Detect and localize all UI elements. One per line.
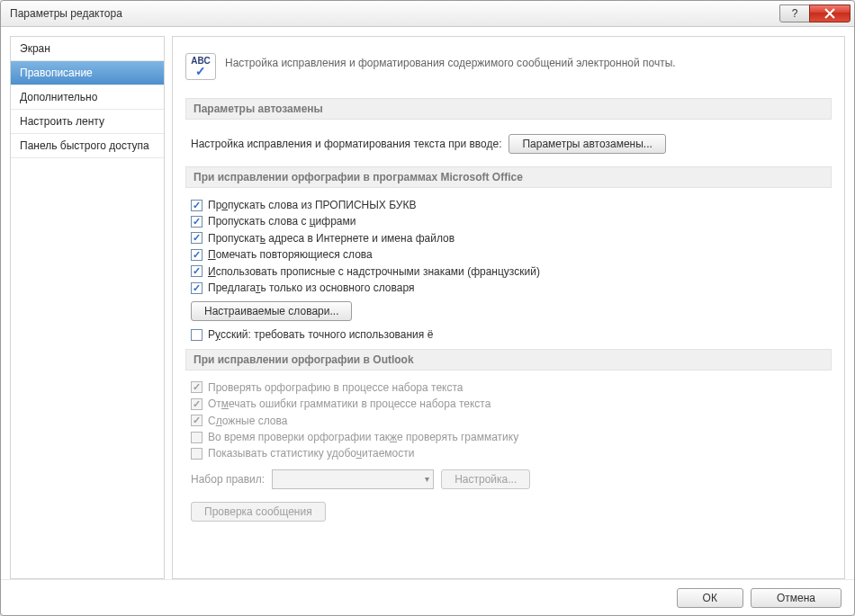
dialog-body: Экран Правописание Дополнительно Настрои… bbox=[1, 27, 854, 579]
window-title: Параметры редактора bbox=[10, 7, 780, 20]
checkbox-label: Отмечать ошибки грамматики в процессе на… bbox=[208, 397, 490, 410]
checkbox bbox=[191, 381, 202, 393]
chevron-down-icon: ▾ bbox=[425, 474, 429, 484]
button-label: Настраиваемые словари... bbox=[204, 305, 338, 317]
checkbox[interactable] bbox=[191, 282, 202, 294]
checkbox bbox=[191, 415, 202, 426]
checkbox-label: Русский: требовать точного использования… bbox=[208, 328, 433, 341]
checkbox-label: Предлагать только из основного словаря bbox=[208, 281, 415, 294]
opt-outlook-readability: Показывать статистику удобочитаемости bbox=[185, 445, 832, 461]
sidebar-item-label: Панель быстрого доступа bbox=[20, 139, 149, 152]
opt-uppercase[interactable]: Пропускать слова из ПРОПИСНЫХ БУКВ bbox=[185, 197, 832, 213]
autocorrect-row: Настройка исправления и форматирования т… bbox=[185, 129, 832, 161]
rule-settings-button: Настройка... bbox=[441, 469, 530, 489]
checkbox-label: Проверять орфографию в процессе набора т… bbox=[208, 381, 464, 394]
spelling-icon: ABC ✓ bbox=[185, 53, 216, 80]
opt-digits[interactable]: Пропускать слова с цифрами bbox=[185, 213, 832, 229]
button-label: Отмена bbox=[777, 592, 815, 604]
rules-row: Набор правил: ▾ Настройка... bbox=[185, 462, 832, 496]
checkbox bbox=[191, 432, 202, 443]
recheck-message-button: Проверка сообщения bbox=[191, 502, 326, 522]
checkbox-label: Показывать статистику удобочитаемости bbox=[208, 447, 414, 460]
main-panel: ABC ✓ Настройка исправления и форматиров… bbox=[172, 36, 845, 579]
opt-french[interactable]: Использовать прописные с надстрочными зн… bbox=[185, 263, 832, 280]
checkbox-label: Пропускать адреса в Интернете и имена фа… bbox=[208, 232, 454, 245]
sidebar-item-label: Настроить ленту bbox=[20, 115, 104, 128]
checkbox bbox=[191, 448, 202, 460]
intro-text: Настройка исправления и форматирования с… bbox=[225, 53, 676, 69]
button-label: Настройка... bbox=[454, 473, 517, 486]
opt-outlook-grammar-too: Во время проверки орфографии также прове… bbox=[185, 429, 832, 445]
editor-options-dialog: Параметры редактора ? Экран Правописание… bbox=[0, 0, 855, 616]
ok-button[interactable]: ОК bbox=[677, 588, 743, 608]
autocorrect-options-button[interactable]: Параметры автозамены... bbox=[508, 134, 665, 154]
sidebar-item-label: Правописание bbox=[20, 67, 93, 79]
checkbox-label: Во время проверки орфографии также прове… bbox=[208, 431, 518, 443]
opt-repeated[interactable]: Помечать повторяющиеся слова bbox=[185, 246, 832, 263]
opt-outlook-spellcheck: Проверять орфографию в процессе набора т… bbox=[185, 379, 832, 396]
help-button[interactable]: ? bbox=[779, 4, 810, 22]
cancel-button[interactable]: Отмена bbox=[751, 588, 842, 608]
sidebar-item-quick-access[interactable]: Панель быстрого доступа bbox=[11, 134, 164, 158]
checkbox bbox=[191, 398, 202, 410]
rule-set-label: Набор правил: bbox=[191, 473, 265, 486]
opt-internet[interactable]: Пропускать адреса в Интернете и имена фа… bbox=[185, 230, 832, 246]
opt-outlook-grammar: Отмечать ошибки грамматики в процессе на… bbox=[185, 396, 832, 412]
checkbox-label: Пропускать слова из ПРОПИСНЫХ БУКВ bbox=[208, 199, 416, 211]
checkbox[interactable] bbox=[191, 200, 202, 211]
custom-dictionaries-button[interactable]: Настраиваемые словари... bbox=[191, 301, 352, 321]
sidebar: Экран Правописание Дополнительно Настрои… bbox=[10, 36, 165, 579]
section-autocorrect-header: Параметры автозамены bbox=[185, 98, 832, 120]
autocorrect-prompt: Настройка исправления и форматирования т… bbox=[191, 138, 501, 150]
checkbox-label: Использовать прописные с надстрочными зн… bbox=[208, 265, 540, 278]
button-label: Параметры автозамены... bbox=[522, 138, 652, 150]
checkbox-label: Сложные слова bbox=[208, 415, 287, 427]
intro-section: ABC ✓ Настройка исправления и форматиров… bbox=[185, 48, 832, 93]
sidebar-item-advanced[interactable]: Дополнительно bbox=[11, 85, 164, 110]
checkbox-label: Пропускать слова с цифрами bbox=[208, 215, 356, 228]
section-office-spell-header: При исправлении орфографии в программах … bbox=[185, 166, 832, 188]
sidebar-item-label: Экран bbox=[20, 42, 50, 55]
checkbox[interactable] bbox=[191, 249, 202, 261]
close-icon bbox=[824, 8, 835, 19]
checkbox[interactable] bbox=[191, 216, 202, 228]
sidebar-item-screen[interactable]: Экран bbox=[11, 37, 164, 61]
rule-set-dropdown: ▾ bbox=[272, 469, 434, 489]
sidebar-item-customize-ribbon[interactable]: Настроить ленту bbox=[11, 110, 164, 134]
button-label: Проверка сообщения bbox=[204, 505, 312, 518]
checkbox[interactable] bbox=[191, 329, 202, 341]
titlebar: Параметры редактора ? bbox=[1, 1, 854, 27]
sidebar-item-label: Дополнительно bbox=[20, 91, 97, 103]
checkbox[interactable] bbox=[191, 232, 202, 244]
opt-outlook-compound: Сложные слова bbox=[185, 413, 832, 429]
opt-main-dict[interactable]: Предлагать только из основного словаря bbox=[185, 280, 832, 296]
opt-russian-yo[interactable]: Русский: требовать точного использования… bbox=[185, 326, 832, 343]
checkbox[interactable] bbox=[191, 265, 202, 277]
check-icon: ✓ bbox=[195, 66, 207, 77]
checkbox-label: Помечать повторяющиеся слова bbox=[208, 248, 373, 261]
help-glyph: ? bbox=[792, 7, 798, 20]
close-button[interactable] bbox=[809, 4, 850, 22]
window-buttons: ? bbox=[780, 4, 850, 22]
button-label: ОК bbox=[703, 592, 717, 604]
dialog-footer: ОК Отмена bbox=[1, 579, 854, 615]
section-outlook-spell-header: При исправлении орфографии в Outlook bbox=[185, 349, 832, 370]
sidebar-item-spelling[interactable]: Правописание bbox=[11, 61, 164, 85]
